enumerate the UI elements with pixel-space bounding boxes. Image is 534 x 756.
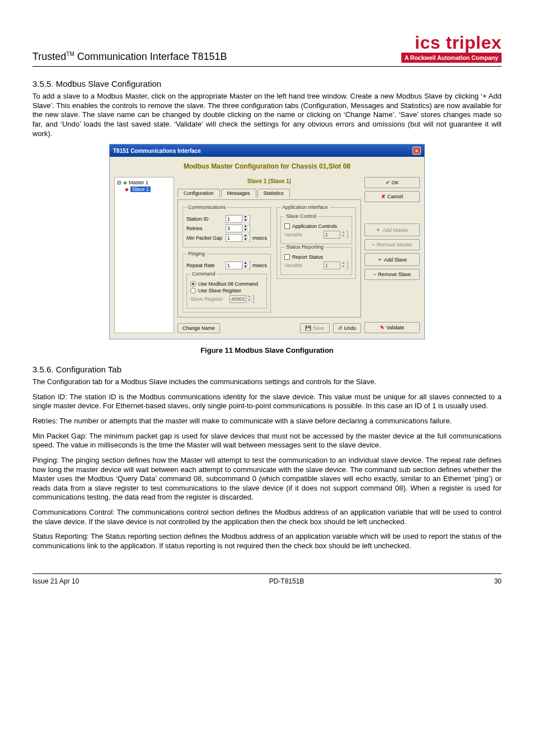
plus-icon: ＋ [376,226,381,234]
section-356-p5: Pinging: The pinging section defines how… [32,456,502,502]
tab-messages[interactable]: Messages [221,189,256,198]
tree-slave-label: Slave 1 [130,186,151,192]
group-appif-legend: Application Interface [280,204,330,210]
slave-register-input: ▲▼ [229,295,254,303]
section-355-paragraph: To add a slave to a Modbus Master, click… [32,92,502,138]
x-icon: ✘ [381,194,386,199]
station-id-input[interactable]: ▲▼ [226,215,250,223]
minus-icon[interactable]: ⊟ [117,180,121,185]
add-slave-button[interactable]: ＋Add Slave [364,253,420,266]
repeat-rate-unit: msecs [252,263,267,268]
checkbox-icon[interactable] [284,254,290,260]
spin-down-icon: ▼ [340,235,346,239]
change-name-button[interactable]: Change Name [177,323,220,333]
spin-down-icon[interactable]: ▼ [242,219,249,223]
product-line: Trusted [32,51,66,62]
checkbox-report-status[interactable]: Report Status [284,254,348,260]
section-356-p6: Communications Control: The communicatio… [32,508,502,526]
diamond-icon: ◆ [125,186,129,192]
retries-input[interactable]: ▲▼ [226,225,250,232]
station-id-label: Station ID [186,216,223,222]
group-communications-legend: Communications [186,204,227,210]
tab-statistics[interactable]: Statistics [257,189,290,198]
logo-subtitle: A Rockwell Automation Company [401,53,502,63]
section-356-p2: Station ID: The station ID is the Modbus… [32,393,502,411]
spin-down-icon[interactable]: ▼ [242,265,249,269]
section-355-title: Modbus Slave Configuration [54,79,162,88]
radio-use-slave-register[interactable]: Use Slave Register [190,288,263,293]
header-product-title: TrustedTM Communication Interface T8151B [32,51,227,63]
section-356-p1: The Configuration tab for a Modbus Slave… [32,377,502,387]
minus-icon: − [373,272,376,277]
product-title: Communication Interface T8151B [74,51,227,62]
right-pane: ✔OK ✘Cancel ＋Add Master −Remove Master ＋… [364,177,420,333]
checkbox-icon[interactable] [284,223,290,229]
diamond-icon: ◆ [123,180,127,185]
screenshot-window: T8151 Communications Interface × Modbus … [109,144,425,339]
radio-icon[interactable] [190,288,196,293]
logo-block: ics triplex A Rockwell Automation Compan… [401,34,502,63]
checkbox-application-controls[interactable]: Application Controls [284,223,348,229]
radio-use-modbus08[interactable]: Use Modbus 08 Command [190,281,263,287]
group-communications: Communications Station ID ▲▼ Retries ▲▼ … [182,204,271,248]
bottom-button-row: Change Name 💾Save ↺Undo [177,323,361,333]
group-command-legend: Command [190,271,217,277]
ok-button[interactable]: ✔OK [364,177,420,188]
radio-icon[interactable] [190,281,196,287]
footer-right: 30 [494,577,502,585]
group-slave-control: Slave Control Application Controls Varia… [280,213,352,244]
spin-down-icon: ▼ [246,299,252,303]
undo-button[interactable]: ↺Undo [333,323,362,333]
window-title: T8151 Communications Interface [113,148,201,154]
tab-configuration[interactable]: Configuration [177,189,220,198]
section-355-heading: 3.5.5. Modbus Slave Configuration [32,79,502,88]
section-356-title: Configuration Tab [54,365,121,374]
footer-left: Issue 21 Apr 10 [32,577,79,585]
config-header: Modbus Master Configuration for Chassis … [110,157,424,175]
tree-node-master[interactable]: ⊟ ◆ Master 1 [117,180,171,185]
repeat-rate-input[interactable]: ▲▼ [226,262,250,269]
appif-variable-input: ▲▼ [324,231,348,239]
status-variable-label: Variable [284,263,321,268]
remove-slave-button[interactable]: −Remove Slave [364,269,420,280]
application-controls-label: Application Controls [292,223,337,229]
titlebar: T8151 Communications Interface × [110,144,424,157]
minus-icon: − [372,242,375,248]
undo-icon: ↺ [338,325,343,331]
tab-content: Communications Station ID ▲▼ Retries ▲▼ … [177,199,361,318]
spin-down-icon[interactable]: ▼ [242,238,249,242]
section-356-p4: Min Packet Gap: The minimum packet gap i… [32,432,502,450]
group-status-reporting: Status Reporting Report Status Variable … [280,244,352,275]
left-column: Communications Station ID ▲▼ Retries ▲▼ … [182,204,271,312]
group-pinging: Pinging Repeat Rate ▲▼ msecs Command [182,251,271,312]
repeat-rate-label: Repeat Rate [186,263,223,268]
center-pane: Slave 1 (Slave 1) Configuration Messages… [177,177,361,333]
validate-icon: ✎ [380,325,385,330]
tm-mark: TM [66,51,74,57]
report-status-label: Report Status [292,254,323,260]
validate-button[interactable]: ✎Validate [364,322,420,333]
group-command: Command Use Modbus 08 Command Use Slave … [186,271,267,309]
tree-node-slave[interactable]: ◆ Slave 1 [125,186,171,192]
footer-center: PD-T8151B [269,577,305,585]
group-pinging-legend: Pinging [186,251,207,256]
gap-label: Min Packet Gap [186,235,223,241]
gap-input[interactable]: ▲▼ [226,234,250,242]
retries-label: Retries [186,226,223,231]
section-356-heading: 3.5.6. Configuration Tab [32,365,502,374]
page-header: TrustedTM Communication Interface T8151B… [32,34,502,67]
cancel-button[interactable]: ✘Cancel [364,191,420,202]
spin-down-icon[interactable]: ▼ [242,228,249,232]
save-button: 💾Save [300,323,330,333]
spin-down-icon: ▼ [340,265,346,269]
group-slave-control-legend: Slave Control [284,213,318,219]
page-footer: Issue 21 Apr 10 PD-T8151B 30 [32,573,502,585]
remove-master-button: −Remove Master [364,239,420,250]
close-icon[interactable]: × [413,147,421,155]
appif-variable-label: Variable [284,232,321,237]
radio-use-slave-register-label: Use Slave Register [198,288,241,293]
figure-11-caption: Figure 11 Modbus Slave Configuration [32,346,502,354]
status-variable-input: ▲▼ [324,262,348,269]
logo-text: ics triplex [401,34,502,52]
save-icon: 💾 [305,325,311,331]
